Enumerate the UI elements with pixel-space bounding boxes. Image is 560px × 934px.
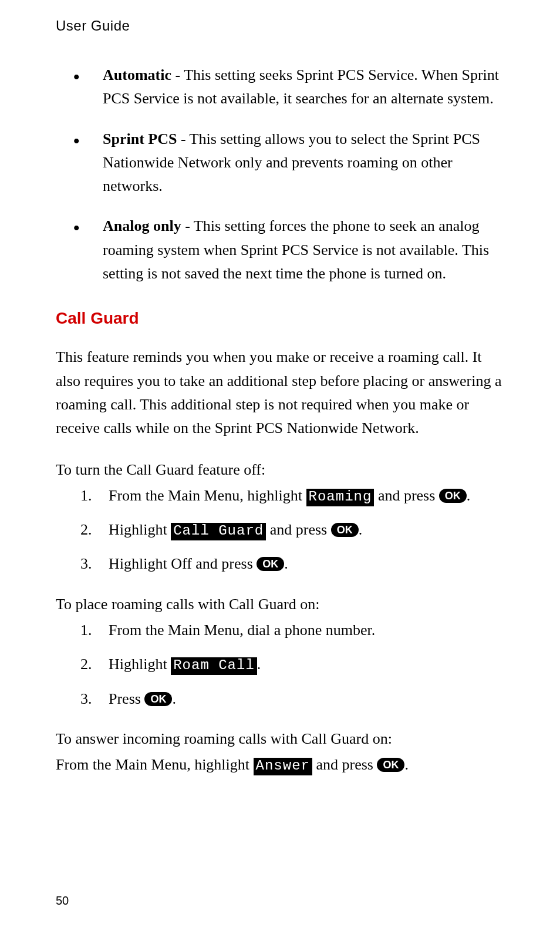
step-text: Highlight Off and press [109,555,257,572]
bullet-item-sprint-pcs: Sprint PCS - This setting allows you to … [73,127,504,199]
procedure3-intro: To answer incoming roaming calls with Ca… [56,727,504,751]
menu-item-call-guard: Call Guard [171,523,266,540]
step-text: . [172,690,176,707]
menu-item-answer: Answer [254,758,312,775]
step-text: Highlight [109,656,171,673]
procedure2-intro: To place roaming calls with Call Guard o… [56,593,504,616]
procedure2-step3: Press OK. [80,687,504,711]
step-text: Press [109,690,144,707]
step-text: . [404,756,409,773]
procedure1-list: From the Main Menu, highlight Roaming an… [80,484,504,576]
step-text: and press [312,756,377,773]
step-text: From the Main Menu, highlight [56,756,254,773]
step-text: . [359,521,363,538]
call-guard-description: This feature reminds you when you make o… [56,345,504,440]
menu-item-roam-call: Roam Call [171,657,257,675]
ok-button-icon: OK [439,489,467,503]
term-sprint-pcs: Sprint PCS [103,130,177,147]
step-text: and press [374,487,438,504]
procedure1-step1: From the Main Menu, highlight Roaming an… [80,484,504,508]
step-text: . [467,487,471,504]
procedure1-step3: Highlight Off and press OK. [80,552,504,576]
step-text: From the Main Menu, highlight [109,487,306,504]
ok-button-icon: OK [257,557,284,571]
page-number: 50 [56,894,69,908]
bullet-item-analog-only: Analog only - This setting forces the ph… [73,214,504,285]
term-analog-only: Analog only [103,217,181,234]
page-header: User Guide [56,18,504,34]
step-text: . [284,555,288,572]
procedure3-line: From the Main Menu, highlight Answer and… [56,753,504,777]
ok-button-icon: OK [144,692,172,706]
procedure2-list: From the Main Menu, dial a phone number.… [80,619,504,711]
procedure1-step2: Highlight Call Guard and press OK. [80,518,504,542]
procedure2-step2: Highlight Roam Call. [80,653,504,676]
settings-bullet-list: Automatic - This setting seeks Sprint PC… [73,63,504,285]
menu-item-roaming: Roaming [306,489,375,506]
section-heading-call-guard: Call Guard [56,309,504,328]
ok-button-icon: OK [331,523,359,537]
step-text: and press [266,521,330,538]
term-automatic: Automatic [103,66,171,83]
step-text: Highlight [109,521,171,538]
bullet-item-automatic: Automatic - This setting seeks Sprint PC… [73,63,504,111]
procedure2-step1: From the Main Menu, dial a phone number. [80,619,504,642]
procedure1-intro: To turn the Call Guard feature off: [56,458,504,482]
ok-button-icon: OK [377,758,404,772]
step-text: From the Main Menu, dial a phone number. [109,621,375,639]
step-text: . [257,656,261,673]
